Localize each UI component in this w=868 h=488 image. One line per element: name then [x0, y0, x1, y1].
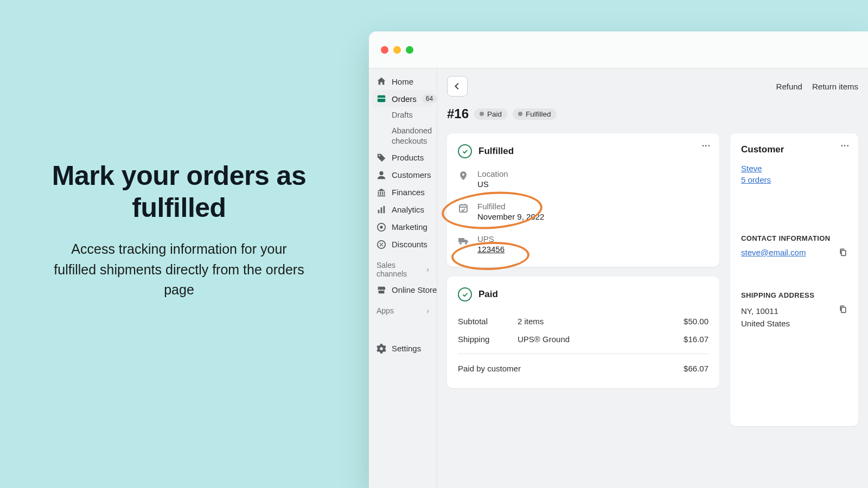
shipping-amount: $16.07 — [684, 335, 709, 344]
svg-point-7 — [380, 242, 381, 243]
sidebar-item-customers[interactable]: Customers — [372, 166, 433, 184]
svg-point-5 — [380, 226, 382, 228]
copy-icon[interactable] — [839, 248, 847, 256]
apps-header[interactable]: Apps › — [372, 299, 433, 318]
copy-icon[interactable] — [839, 305, 847, 313]
sidebar-sub-drafts[interactable]: Drafts — [372, 107, 433, 123]
svg-point-8 — [382, 245, 383, 246]
fulfilled-date-label: Fulfilled — [477, 202, 544, 211]
customer-card: ··· Customer Steve 5 orders CONTACT INFO… — [730, 133, 858, 426]
location-pin-icon — [458, 170, 470, 181]
store-icon — [376, 285, 386, 295]
orders-icon — [376, 94, 386, 104]
minimize-window-icon[interactable] — [393, 46, 401, 54]
status-pill-paid: Paid — [474, 108, 507, 120]
sidebar-label: Settings — [392, 344, 421, 353]
products-icon — [376, 153, 386, 163]
card-menu-button[interactable]: ··· — [841, 141, 850, 151]
customer-email-link[interactable]: steve@email.com — [741, 248, 806, 257]
order-number: #16 — [447, 106, 469, 121]
shipping-desc: UPS® Ground — [518, 335, 684, 344]
customer-name-link[interactable]: Steve — [741, 164, 847, 173]
discounts-icon — [376, 240, 386, 249]
sidebar-item-products[interactable]: Products — [372, 149, 433, 166]
back-button[interactable] — [447, 76, 468, 97]
sidebar-item-analytics[interactable]: Analytics — [372, 201, 433, 219]
sidebar-label: Online Store — [392, 285, 437, 294]
sales-channels-header[interactable]: Sales channels › — [372, 253, 433, 281]
sidebar-label: Marketing — [392, 222, 427, 232]
total-amount: $66.07 — [684, 364, 709, 373]
main-content: Refund Return items #16 Paid Fulfilled ·… — [437, 68, 868, 488]
sidebar-label: Products — [392, 153, 424, 162]
svg-rect-10 — [841, 251, 846, 256]
orders-count-badge: 64 — [422, 94, 437, 103]
sidebar-item-settings[interactable]: Settings — [372, 340, 433, 357]
home-icon — [376, 76, 386, 86]
card-title: Paid — [478, 289, 498, 300]
refund-button[interactable]: Refund — [776, 82, 802, 91]
location-label: Location — [477, 169, 508, 178]
subtotal-label: Subtotal — [458, 317, 518, 326]
sidebar-label: Discounts — [392, 240, 427, 249]
sidebar-label: Home — [392, 77, 413, 86]
sidebar-label: Finances — [392, 188, 425, 197]
return-items-button[interactable]: Return items — [812, 82, 858, 91]
sidebar: Home Orders 64 Drafts Abandoned checkout… — [369, 68, 437, 488]
fulfilled-card: ··· Fulfilled Location US — [447, 133, 719, 267]
fulfilled-date-value: November 9, 2022 — [477, 212, 544, 221]
contact-info-header: CONTACT INFORMATION — [741, 234, 847, 242]
check-circle-icon — [458, 287, 472, 301]
tracking-number-link[interactable]: 123456 — [477, 245, 505, 254]
sidebar-label: Analytics — [392, 205, 424, 214]
shipping-label: Shipping — [458, 335, 518, 344]
address-line-1: NY, 10011 — [741, 305, 847, 317]
sidebar-item-discounts[interactable]: Discounts — [372, 236, 433, 253]
sidebar-item-orders[interactable]: Orders 64 — [372, 90, 433, 107]
svg-rect-3 — [384, 206, 385, 213]
location-value: US — [477, 179, 508, 189]
window-titlebar — [369, 31, 868, 68]
check-circle-icon — [458, 144, 472, 158]
app-window: Home Orders 64 Drafts Abandoned checkout… — [369, 31, 868, 488]
sidebar-item-home[interactable]: Home — [372, 73, 433, 90]
paid-card: Paid Subtotal 2 items $50.00 Shipping UP… — [447, 277, 719, 388]
sidebar-label: Customers — [392, 170, 431, 179]
chevron-right-icon: › — [426, 306, 429, 315]
truck-icon — [458, 235, 470, 246]
sidebar-item-marketing[interactable]: Marketing — [372, 219, 433, 236]
customers-icon — [376, 170, 386, 180]
card-menu-button[interactable]: ··· — [702, 141, 711, 151]
marketing-subtext: Access tracking information for your ful… — [52, 239, 307, 300]
marketing-icon — [376, 222, 386, 232]
close-window-icon[interactable] — [381, 46, 388, 54]
analytics-icon — [376, 205, 386, 215]
svg-rect-2 — [381, 207, 382, 213]
sidebar-item-online-store[interactable]: Online Store — [372, 281, 433, 299]
sidebar-label: Orders — [392, 94, 417, 104]
svg-point-0 — [379, 171, 383, 175]
gear-icon — [376, 344, 386, 354]
sidebar-sub-abandoned[interactable]: Abandoned checkouts — [372, 123, 433, 149]
customer-title: Customer — [741, 144, 847, 155]
status-pill-fulfilled: Fulfilled — [513, 108, 557, 120]
customer-orders-link[interactable]: 5 orders — [741, 175, 847, 184]
sidebar-item-finances[interactable]: Finances — [372, 184, 433, 201]
carrier-label: UPS — [477, 234, 505, 243]
subtotal-amount: $50.00 — [684, 317, 709, 326]
svg-rect-11 — [841, 307, 846, 313]
chevron-right-icon: › — [426, 265, 429, 274]
address-line-2: United States — [741, 317, 847, 330]
maximize-window-icon[interactable] — [406, 46, 413, 54]
subtotal-desc: 2 items — [518, 317, 684, 326]
paid-by-customer-label: Paid by customer — [458, 364, 684, 373]
shipping-address-header: SHIPPING ADDRESS — [741, 291, 847, 299]
marketing-headline: Mark your orders as fulfilled — [52, 160, 307, 224]
card-title: Fulfilled — [478, 146, 514, 157]
svg-rect-1 — [378, 210, 380, 213]
calendar-check-icon — [458, 203, 470, 214]
finances-icon — [376, 188, 386, 197]
